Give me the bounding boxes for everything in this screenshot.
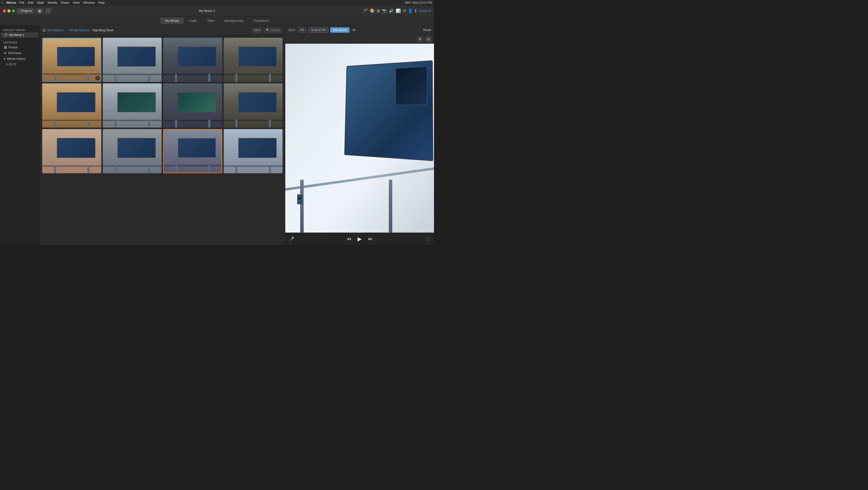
- photo-thumb-11[interactable]: [163, 129, 222, 173]
- tab-audio[interactable]: Audio: [184, 18, 202, 24]
- toolbar: ‹ Projects ▦ ↓ My Movie 1 🪄 🎨 ⊞ 📷 🔊 📊 ↺ …: [0, 5, 434, 17]
- window-menu[interactable]: Window: [83, 1, 95, 4]
- search-label: Search: [270, 29, 280, 32]
- photo-thumb-3[interactable]: [163, 38, 222, 82]
- breadcrumb-sep-2: ›: [90, 29, 91, 32]
- breadcrumb-bar: ☰ My Albums ⌄ › All My Albums › Standing…: [40, 25, 285, 35]
- sidebar-item-project[interactable]: 🎬 My Movie 1: [1, 32, 38, 38]
- camera-icon[interactable]: 📷: [382, 8, 387, 13]
- photo-thumb-9[interactable]: [42, 129, 101, 173]
- download-button[interactable]: ↓: [45, 8, 51, 14]
- close-button[interactable]: [3, 9, 6, 12]
- tab-backgrounds[interactable]: Backgrounds: [220, 18, 249, 24]
- photo-thumb-10[interactable]: [103, 129, 162, 173]
- list-view-icon[interactable]: ☰: [43, 28, 46, 32]
- motor-indicator-2: [298, 200, 302, 202]
- reset-button[interactable]: Reset: [423, 28, 431, 32]
- playback-bar: 🎤 ⏮ ▶ ⏭ ⛶: [285, 233, 434, 245]
- chevron-icon: ⌄: [64, 29, 66, 32]
- desk-leg-right: [389, 180, 392, 233]
- window-controls: [3, 9, 15, 12]
- view-menu[interactable]: View: [73, 1, 80, 4]
- photos-label: Photos: [8, 46, 18, 49]
- back-icon: ‹: [19, 9, 20, 13]
- side-by-side-icon[interactable]: ⊟: [425, 36, 432, 43]
- rewind-button[interactable]: ⏮: [347, 236, 351, 241]
- info-icon[interactable]: ℹ: [415, 8, 416, 13]
- breadcrumb-my-albums-label: My Albums: [48, 28, 63, 32]
- mark-menu[interactable]: Mark: [37, 1, 44, 4]
- style-bar: Style: Fit Crop to Fill Ken Burns ⇄ Rese…: [285, 25, 434, 35]
- preview-panel: Style: Fit Crop to Fill Ken Burns ⇄ Rese…: [285, 25, 434, 245]
- photo-icon: 🖼: [4, 46, 7, 49]
- file-menu[interactable]: File: [19, 1, 25, 4]
- apple-menu[interactable]: : [2, 1, 3, 5]
- sidebar-item-imovie-library[interactable]: ▾ iMovie Library: [1, 56, 38, 62]
- grid-view-button[interactable]: ▦: [36, 8, 43, 14]
- minimize-button[interactable]: [7, 9, 10, 12]
- project-media-label: PROJECT MEDIA: [0, 27, 39, 32]
- nav-tabs: My Media Audio Titles Backgrounds Transi…: [0, 17, 434, 25]
- fast-forward-button[interactable]: ⏭: [368, 236, 373, 241]
- play-button[interactable]: ▶: [355, 235, 364, 243]
- all-events-label: All Events: [8, 52, 21, 55]
- motor-indicator: [298, 197, 302, 199]
- breadcrumb-all-albums[interactable]: All My Albums: [69, 28, 90, 32]
- photo-thumb-7[interactable]: [163, 84, 222, 128]
- person-icon[interactable]: 👤: [408, 8, 413, 13]
- libraries-label: LIBRARIES: [0, 40, 39, 44]
- rotate-icon[interactable]: ↺: [403, 8, 406, 13]
- sidebar-item-date[interactable]: 3-28-20: [0, 62, 39, 67]
- fit-button[interactable]: Fit: [298, 27, 306, 33]
- all-filter-btn[interactable]: All ▾: [252, 28, 262, 33]
- photo-grid: +: [40, 35, 285, 245]
- clock: Wed 12:01 PM: [412, 1, 432, 4]
- add-to-timeline-btn-1[interactable]: +: [95, 76, 100, 80]
- modify-menu[interactable]: Modify: [48, 1, 57, 4]
- share-menu[interactable]: Share: [61, 1, 69, 4]
- volume-icon[interactable]: 🔊: [389, 8, 394, 13]
- color-board-icon[interactable]: 🎨: [370, 8, 375, 13]
- reset-all-button[interactable]: Reset All: [420, 9, 431, 13]
- wand-icon[interactable]: 🪄: [363, 8, 368, 13]
- photo-thumb-5[interactable]: [42, 84, 101, 128]
- sidebar-item-photos[interactable]: 🖼 Photos: [1, 45, 38, 50]
- imovie-library-label: iMovie Library: [7, 57, 26, 61]
- tab-transitions[interactable]: Transitions: [248, 18, 274, 24]
- picture-in-picture-icon[interactable]: ⧉: [416, 36, 424, 43]
- laptop-screen-main: [344, 60, 433, 161]
- tab-titles[interactable]: Titles: [202, 18, 220, 24]
- search-box[interactable]: 🔍 Search: [264, 28, 282, 33]
- sidebar: PROJECT MEDIA 🎬 My Movie 1 LIBRARIES 🖼 P…: [0, 25, 40, 245]
- tab-my-media[interactable]: My Media: [160, 18, 184, 24]
- crop-icon[interactable]: ⊞: [377, 8, 380, 13]
- photo-thumb-6[interactable]: [103, 84, 162, 128]
- maximize-button[interactable]: [12, 9, 15, 12]
- movie-title: My Movie 1: [53, 9, 361, 13]
- photo-thumb-4[interactable]: [224, 38, 283, 82]
- swap-icon[interactable]: ⇄: [352, 28, 355, 32]
- preview-icons-bar: ⧉ ⊟: [285, 35, 434, 44]
- chevron-down-icon: ▾: [4, 57, 5, 61]
- sidebar-item-all-events[interactable]: ⊕ All Events: [1, 51, 38, 56]
- bars-icon[interactable]: 📊: [396, 8, 401, 13]
- add-icon: ⊕: [4, 52, 6, 55]
- help-menu[interactable]: Help: [98, 1, 105, 4]
- photo-thumb-8[interactable]: [224, 84, 283, 128]
- app-menu[interactable]: iMovie: [6, 1, 16, 4]
- film-icon: 🎬: [4, 33, 8, 37]
- edit-menu[interactable]: Edit: [28, 1, 33, 4]
- crop-to-fill-button[interactable]: Crop to Fill: [308, 27, 328, 33]
- desk-scene: [285, 44, 434, 233]
- breadcrumb-my-albums[interactable]: My Albums ⌄: [48, 28, 66, 32]
- style-bar-right: Reset: [423, 28, 431, 32]
- content-panel: ☰ My Albums ⌄ › All My Albums › Standing…: [40, 25, 285, 245]
- microphone-button[interactable]: 🎤: [289, 236, 294, 241]
- projects-button[interactable]: ‹ Projects: [17, 8, 34, 14]
- fullscreen-button[interactable]: ⛶: [427, 237, 430, 241]
- photo-thumb-2[interactable]: [103, 38, 162, 82]
- photo-thumb-12[interactable]: [224, 129, 283, 173]
- photo-thumb-1[interactable]: +: [42, 38, 101, 82]
- breadcrumb-right: All ▾ 🔍 Search: [252, 28, 282, 33]
- ken-burns-button[interactable]: Ken Burns: [330, 27, 349, 33]
